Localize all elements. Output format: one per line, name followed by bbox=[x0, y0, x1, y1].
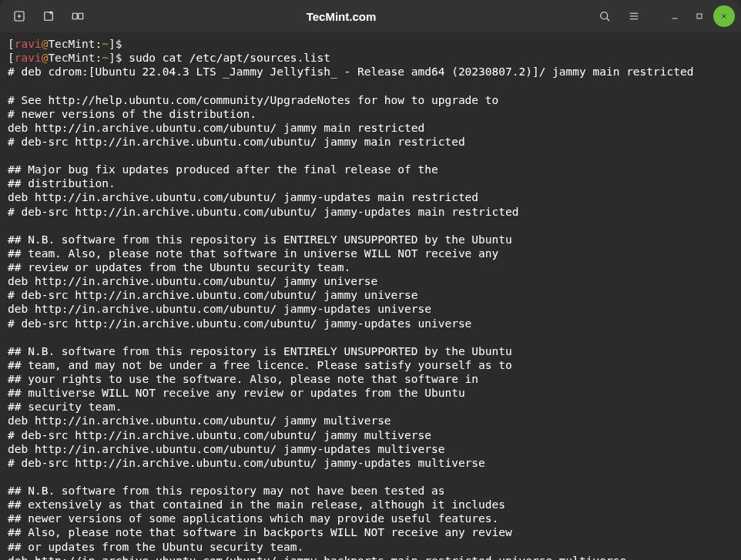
output-line: deb http://in.archive.ubuntu.com/ubuntu/… bbox=[8, 554, 733, 560]
split-terminal-button[interactable] bbox=[65, 4, 91, 29]
output-line: deb http://in.archive.ubuntu.com/ubuntu/… bbox=[8, 414, 733, 428]
output-line: deb http://in.archive.ubuntu.com/ubuntu/… bbox=[8, 274, 733, 288]
svg-point-8 bbox=[601, 12, 608, 19]
maximize-icon bbox=[695, 12, 704, 21]
output-line: # deb-src http://in.archive.ubuntu.com/u… bbox=[8, 428, 733, 442]
output-line: # deb-src http://in.archive.ubuntu.com/u… bbox=[8, 288, 733, 302]
output-line: deb http://in.archive.ubuntu.com/ubuntu/… bbox=[8, 190, 733, 204]
terminal-output[interactable]: [ravi@TecMint:~]$ [ravi@TecMint:~]$ sudo… bbox=[0, 32, 741, 560]
output-line: ## distribution. bbox=[8, 176, 733, 190]
output-line: deb http://in.archive.ubuntu.com/ubuntu/… bbox=[8, 442, 733, 456]
new-window-button[interactable] bbox=[35, 4, 62, 29]
svg-rect-14 bbox=[697, 14, 702, 18]
output-line: # deb-src http://in.archive.ubuntu.com/u… bbox=[8, 135, 733, 149]
output-line bbox=[8, 79, 733, 92]
svg-rect-3 bbox=[45, 12, 53, 21]
split-icon bbox=[71, 9, 85, 23]
output-line: ## Major bug fix updates produced after … bbox=[8, 163, 733, 176]
svg-rect-6 bbox=[72, 13, 77, 19]
output-line: ## N.B. software from this repository is… bbox=[8, 344, 733, 358]
output-line: # deb-src http://in.archive.ubuntu.com/u… bbox=[8, 456, 733, 470]
output-line: deb http://in.archive.ubuntu.com/ubuntu/… bbox=[8, 121, 733, 135]
window-titlebar: TecMint.com bbox=[0, 0, 741, 32]
output-line: ## team, and may not be under a free lic… bbox=[8, 358, 733, 372]
output-line: # See http://help.ubuntu.com/community/U… bbox=[8, 93, 733, 107]
close-icon bbox=[719, 12, 729, 21]
command-text: sudo cat /etc/apt/sources.list bbox=[129, 52, 330, 64]
output-line: deb http://in.archive.ubuntu.com/ubuntu/… bbox=[8, 302, 733, 316]
svg-line-9 bbox=[607, 18, 609, 21]
output-line: ## multiverse WILL NOT receive any revie… bbox=[8, 386, 733, 400]
hamburger-icon bbox=[627, 9, 641, 23]
close-button[interactable] bbox=[713, 5, 735, 27]
output-line: ## Also, please note that software in ba… bbox=[8, 525, 733, 539]
window-title: TecMint.com bbox=[91, 10, 592, 23]
output-line: ## N.B. software from this repository is… bbox=[8, 233, 733, 246]
search-button[interactable] bbox=[592, 4, 618, 29]
output-line: # newer versions of the distribution. bbox=[8, 107, 733, 121]
output-line: # deb cdrom:[Ubuntu 22.04.3 LTS _Jammy J… bbox=[8, 65, 733, 79]
output-line: ## N.B. software from this repository ma… bbox=[8, 484, 733, 498]
output-line: # deb-src http://in.archive.ubuntu.com/u… bbox=[8, 205, 733, 219]
output-line bbox=[8, 330, 733, 344]
minimize-icon bbox=[670, 12, 679, 21]
plus-square-icon bbox=[12, 9, 26, 23]
minimize-button[interactable] bbox=[664, 5, 686, 27]
search-icon bbox=[598, 9, 612, 23]
output-line: ## security team. bbox=[8, 400, 733, 414]
output-line: ## newer versions of some applications w… bbox=[8, 511, 733, 525]
output-line: ## extensively as that contained in the … bbox=[8, 498, 733, 511]
new-window-icon bbox=[42, 9, 55, 23]
output-line bbox=[8, 219, 733, 233]
output-line bbox=[8, 470, 733, 484]
prompt-line: [ravi@TecMint:~]$ bbox=[8, 37, 733, 51]
output-line: ## or updates from the Ubuntu security t… bbox=[8, 540, 733, 554]
titlebar-left-controls bbox=[6, 4, 91, 29]
new-tab-button[interactable] bbox=[6, 4, 32, 29]
output-line: ## your rights to use the software. Also… bbox=[8, 372, 733, 386]
maximize-button[interactable] bbox=[689, 5, 710, 27]
menu-button[interactable] bbox=[621, 4, 647, 29]
svg-rect-7 bbox=[79, 13, 83, 19]
output-line bbox=[8, 149, 733, 163]
output-line: ## team. Also, please note that software… bbox=[8, 246, 733, 260]
command-output: # deb cdrom:[Ubuntu 22.04.3 LTS _Jammy J… bbox=[8, 65, 733, 560]
titlebar-right-controls bbox=[592, 4, 735, 29]
output-line: ## review or updates from the Ubuntu sec… bbox=[8, 260, 733, 274]
prompt-line: [ravi@TecMint:~]$ sudo cat /etc/apt/sour… bbox=[8, 51, 733, 65]
output-line: # deb-src http://in.archive.ubuntu.com/u… bbox=[8, 317, 733, 330]
